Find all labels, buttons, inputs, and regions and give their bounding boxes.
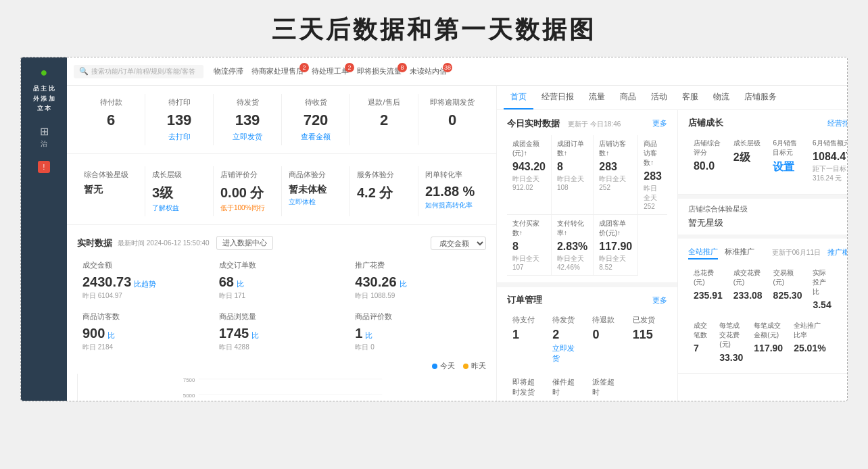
exp-conversion-link[interactable]: 如何提高转化率 bbox=[425, 201, 479, 210]
rt-promo-cost-label: 推广花费 bbox=[355, 260, 481, 270]
rt-gmv: 成交金额 2430.73 比趋势 昨日 6104.97 bbox=[77, 257, 214, 304]
svg-text:7500: 7500 bbox=[183, 377, 195, 383]
rt-gmv-trend-link[interactable]: 比趋势 bbox=[134, 279, 156, 289]
stat-overdue-label: 即将逾期发货 bbox=[424, 97, 481, 107]
promo-tab-standard[interactable]: 标准推广 bbox=[725, 245, 754, 260]
content-body: 待付款 6 待打印 139 去打印 待发货 139 立即发货 bbox=[67, 86, 847, 401]
order-more-link[interactable]: 更多 bbox=[652, 295, 667, 305]
promo-overview-link[interactable]: 推广概览 bbox=[827, 247, 847, 257]
stat-pending-receive-link[interactable]: 查看金额 bbox=[287, 132, 344, 142]
rt-visitors-link[interactable]: 比 bbox=[107, 330, 115, 341]
rt-orders-trend-link[interactable]: 比 bbox=[237, 279, 244, 289]
rt-reviews-link[interactable]: 比 bbox=[365, 330, 372, 341]
order-pending-ship: 待发货 2 立即发货 bbox=[547, 312, 587, 367]
order-section: 订单管理 更多 待支付 1 待发货 bbox=[497, 287, 677, 401]
promo-transaction-value: 825.30 bbox=[773, 290, 802, 301]
rt-reviews: 商品评价数 1 比 昨日 0 bbox=[349, 308, 486, 355]
nav-work-order[interactable]: 待处理工单 2 bbox=[312, 66, 349, 76]
nav-messages[interactable]: 未读站内信 38 bbox=[410, 66, 447, 76]
rt-orders: 成交订单数 68 比 昨日 171 bbox=[214, 257, 350, 304]
order-shipped-value: 115 bbox=[633, 328, 662, 342]
growth-grid: 店铺综合评分 80.0 成长层级 2级 6月销售目标元 bbox=[688, 134, 847, 187]
promo-cost-per-order-label: 每笔成交花费(元) bbox=[719, 321, 743, 349]
nav-after-sale[interactable]: 待商家处理售后 2 bbox=[251, 66, 304, 76]
rt-promo-cost-trend-link[interactable]: 比 bbox=[400, 279, 407, 289]
rt-reviews-label: 商品评价数 bbox=[355, 312, 481, 322]
tab-products[interactable]: 商品 bbox=[613, 86, 643, 109]
page-title: 三天后数据和第一天数据图 bbox=[0, 14, 868, 47]
stat-pending-print-label: 待打印 bbox=[151, 97, 208, 107]
promo-order-count-label: 成交笔数 bbox=[694, 321, 708, 340]
tab-home[interactable]: 首页 bbox=[504, 86, 533, 109]
promo-total-cost-label: 总花费(元) bbox=[694, 268, 723, 287]
order-urge-timeout: 催件超时 0 bbox=[547, 374, 587, 401]
chart-metric-select[interactable]: 成交金额 bbox=[431, 237, 486, 250]
growth-sales: 6月销售额元 1084.47 距下一目标 316.24 元 bbox=[807, 134, 847, 187]
data-cell-buyers-prev: 昨日全天 107 bbox=[512, 254, 546, 271]
tab-store-service[interactable]: 店铺服务 bbox=[738, 86, 783, 109]
rt-visitors-label: 商品访客数 bbox=[82, 312, 208, 322]
data-cell-gmv-prev: 昨日全天 912.02 bbox=[512, 174, 546, 191]
tab-daily[interactable]: 经营日报 bbox=[535, 86, 581, 109]
exp-overall-value: 暂无 bbox=[84, 184, 138, 196]
data-cell-orders-value: 8 bbox=[557, 161, 587, 173]
order-sign-timeout-label: 派签超时 bbox=[592, 377, 621, 397]
growth-target-value[interactable]: 设置 bbox=[773, 160, 802, 174]
order-pending-ship-value: 2 bbox=[552, 328, 581, 342]
tab-traffic[interactable]: 流量 bbox=[582, 86, 612, 109]
exp-growth-link[interactable]: 了解权益 bbox=[152, 203, 206, 213]
data-cell-store-visitors-prev: 昨日全天 252 bbox=[599, 174, 632, 191]
enter-data-center-button[interactable]: 进入数据中心 bbox=[216, 236, 273, 250]
stat-pending-ship-link[interactable]: 立即发货 bbox=[219, 132, 276, 142]
today-section-header: 今日实时数据 更新于 今日18:46 更多 bbox=[507, 117, 667, 130]
promo-rate: 全站推广比率 25.01% bbox=[788, 318, 831, 366]
exp-score-link[interactable]: 低于100%同行 bbox=[220, 203, 274, 213]
legend-today: 今天 bbox=[432, 361, 455, 371]
order-urge-timeout-label: 催件超时 bbox=[552, 377, 581, 397]
exp-overall: 综合体验星级 暂无 bbox=[77, 166, 145, 216]
stat-pending-print-link[interactable]: 去打印 bbox=[151, 132, 208, 142]
promo-gmv-cost: 成交花费(元) 233.08 bbox=[728, 265, 768, 314]
data-cell-buyers: 支付买家数↑ 8 昨日全天 107 bbox=[507, 215, 552, 276]
tab-logistics[interactable]: 物流 bbox=[706, 86, 736, 109]
growth-link[interactable]: 经营指导 bbox=[827, 118, 847, 128]
messages-label: 未读站内信 bbox=[410, 66, 447, 76]
tab-service[interactable]: 客服 bbox=[675, 86, 705, 109]
data-cell-product-visitors: 商品访客数↑ 283 昨日全天 252 bbox=[638, 135, 667, 215]
nav-traffic[interactable]: 即将损失流量 8 bbox=[357, 66, 402, 76]
rt-views: 商品浏览量 1745 比 昨日 4288 bbox=[214, 308, 350, 355]
growth-level-label: 成长层级 bbox=[733, 139, 763, 148]
dashboard-wrapper: ● 品 主 比外 添 加立 本 ⊞ 治 ! 🔍 搜索功能/订单/前程/规则/客能… bbox=[20, 57, 848, 401]
after-sale-label: 待商家处理售后 bbox=[251, 66, 304, 76]
legend-yesterday-label: 昨天 bbox=[471, 361, 486, 371]
order-section-title: 订单管理 bbox=[507, 294, 542, 306]
search-box[interactable]: 🔍 搜索功能/订单/前程/规则/客能/客答 bbox=[74, 65, 203, 78]
order-refund: 待退款 0 bbox=[587, 312, 627, 367]
search-icon: 🔍 bbox=[79, 67, 89, 76]
rt-views-link[interactable]: 比 bbox=[251, 330, 259, 341]
order-ship-link[interactable]: 立即发货 bbox=[552, 343, 581, 364]
data-cell-gmv: 成团金额(元)↑ 943.20 昨日全天 912.02 bbox=[507, 135, 552, 215]
home-icon: ⊞ bbox=[40, 125, 49, 138]
promo-rate-label: 全站推广比率 bbox=[794, 321, 825, 340]
growth-sales-value: 1084.47 bbox=[813, 151, 847, 163]
exp-product-link[interactable]: 立即体检 bbox=[289, 197, 343, 207]
promo-tab-all[interactable]: 全站推广 bbox=[688, 245, 718, 260]
promo-tabs: 全站推广 标准推广 更新于06月11日 推广概览 bbox=[688, 245, 847, 260]
rt-promo-cost: 推广花费 430.26 比 昨日 1088.59 bbox=[349, 257, 486, 304]
stat-pending-payment-value: 6 bbox=[82, 112, 139, 129]
exp-product: 商品体验分 暂未体检 立即体检 bbox=[282, 166, 350, 216]
exp-conversion-value: 21.88 % bbox=[425, 184, 479, 199]
exp-score: 店铺评价分 0.00 分 低于100%同行 bbox=[214, 166, 282, 216]
nav-logistics[interactable]: 物流停滞 bbox=[214, 66, 243, 76]
page-title-area: 三天后数据和第一天数据图 bbox=[0, 0, 868, 57]
traffic-badge: 8 bbox=[397, 63, 407, 72]
order-overdue-ship-value: 0 bbox=[512, 400, 541, 401]
today-data-grid: 成团金额(元)↑ 943.20 昨日全天 912.02 成团订单数↑ 8 昨日全… bbox=[507, 135, 667, 276]
data-cell-product-visitors-value: 283 bbox=[644, 170, 662, 182]
tab-activity[interactable]: 活动 bbox=[644, 86, 674, 109]
main-content: 🔍 搜索功能/订单/前程/规则/客能/客答 物流停滞 待商家处理售后 2 待处理… bbox=[67, 57, 847, 401]
sidebar-item-home[interactable]: ⊞ 治 bbox=[21, 120, 67, 154]
order-shipped: 已发货 115 bbox=[627, 312, 667, 367]
today-more-link[interactable]: 更多 bbox=[652, 118, 667, 128]
